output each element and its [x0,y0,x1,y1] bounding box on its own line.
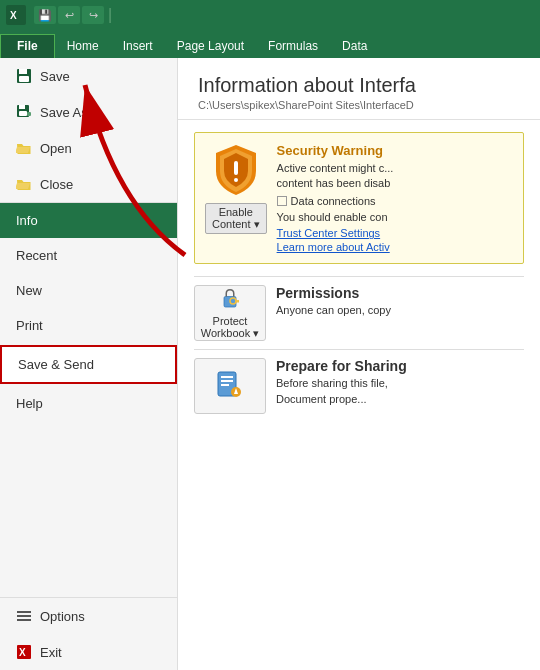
sharing-info: Prepare for Sharing Before sharing this … [276,358,524,407]
sidebar-item-savesend[interactable]: Save & Send [0,345,177,384]
sidebar-item-exit[interactable]: X Exit [0,634,177,670]
sidebar-save-label: Save [40,69,70,84]
enable-content-wrap: EnableContent ▾ [205,143,267,234]
svg-text:X: X [19,647,26,658]
security-text: Security Warning Active content might c.… [277,143,513,253]
sidebar-item-help[interactable]: Help [0,386,177,421]
sidebar-recent-label: Recent [16,248,57,263]
divider-1 [194,276,524,277]
svg-rect-20 [236,300,238,302]
svg-rect-8 [27,112,31,116]
security-warning-title: Security Warning [277,143,513,158]
svg-rect-15 [234,178,238,182]
svg-rect-6 [19,105,25,109]
tab-data[interactable]: Data [330,35,379,58]
quick-access-toolbar: 💾 ↩ ↪ | [34,6,114,24]
file-path: C:\Users\spikex\SharePoint Sites\Interfa… [198,99,520,111]
sidebar-new-label: New [16,283,42,298]
svg-rect-24 [221,384,229,386]
app-icon: X [6,5,26,25]
permissions-info: Permissions Anyone can open, copy [276,285,524,318]
sidebar-item-save[interactable]: Save [0,58,177,94]
divider-2 [194,349,524,350]
svg-rect-11 [17,619,31,621]
sidebar-saveas-label: Save As [40,105,88,120]
protect-workbook-button[interactable]: ProtectWorkbook ▾ [194,285,266,341]
tab-insert[interactable]: Insert [111,35,165,58]
sharing-title: Prepare for Sharing [276,358,524,374]
svg-rect-14 [234,161,238,175]
content-header: Information about Interfa C:\Users\spike… [178,58,540,120]
sidebar-exit-label: Exit [40,645,62,660]
svg-rect-23 [221,380,233,382]
security-warning-desc: Active content might c...content has bee… [277,161,513,192]
sidebar-close-label: Close [40,177,73,192]
security-check-item: Data connections [277,195,513,207]
checkbox-icon [277,196,287,206]
protect-workbook-wrap: ProtectWorkbook ▾ [194,285,266,341]
svg-rect-19 [238,300,240,302]
content-area: Information about Interfa C:\Users\spike… [178,58,540,670]
sharing-btn-wrap [194,358,266,414]
sidebar-item-info[interactable]: Info [0,203,177,238]
permissions-title: Permissions [276,285,524,301]
security-banner: EnableContent ▾ Security Warning Active … [194,132,524,264]
trust-center-link[interactable]: Trust Center Settings [277,227,513,239]
open-icon [16,140,32,156]
sidebar-item-close[interactable]: Close [0,166,177,202]
title-bar: X 💾 ↩ ↪ | [0,0,540,30]
svg-text:X: X [10,10,17,21]
sidebar-item-saveas[interactable]: Save As [0,94,177,130]
sidebar-item-open[interactable]: Open [0,130,177,166]
ribbon-tabs: File Home Insert Page Layout Formulas Da… [0,30,540,58]
sidebar-open-label: Open [40,141,72,156]
sidebar-info-label: Info [16,213,38,228]
save-quick-btn[interactable]: 💾 [34,6,56,24]
protect-workbook-label: ProtectWorkbook ▾ [201,315,259,340]
sidebar-help-label: Help [16,396,43,411]
document-share-icon [214,370,246,402]
sidebar-item-recent[interactable]: Recent [0,238,177,273]
svg-rect-22 [221,376,233,378]
main-layout: Save Save As [0,58,540,670]
sidebar-savesend-label: Save & Send [18,357,94,372]
enable-content-button[interactable]: EnableContent ▾ [205,203,267,234]
permissions-desc: Anyone can open, copy [276,303,524,318]
page-title: Information about Interfa [198,74,520,97]
redo-btn[interactable]: ↪ [82,6,104,24]
learn-more-link[interactable]: Learn more about Activ [277,241,513,253]
sidebar-print-label: Print [16,318,43,333]
sidebar-item-print[interactable]: Print [0,308,177,343]
sidebar: Save Save As [0,58,178,670]
undo-btn[interactable]: ↩ [58,6,80,24]
save-icon [16,68,32,84]
exit-icon: X [16,644,32,660]
tab-file[interactable]: File [0,34,55,58]
sidebar-item-new[interactable]: New [0,273,177,308]
lock-key-icon [214,286,246,310]
svg-rect-10 [17,615,31,617]
options-icon [16,608,32,624]
security-enable-note: You should enable con [277,210,513,225]
close-icon [16,176,32,192]
svg-rect-3 [19,69,27,74]
saveas-icon [16,104,32,120]
tab-formulas[interactable]: Formulas [256,35,330,58]
svg-rect-9 [17,611,31,613]
sidebar-options-label: Options [40,609,85,624]
permissions-section: ProtectWorkbook ▾ Permissions Anyone can… [194,285,524,341]
sidebar-item-options[interactable]: Options [0,598,177,634]
tab-page-layout[interactable]: Page Layout [165,35,256,58]
sharing-section: Prepare for Sharing Before sharing this … [194,358,524,414]
svg-rect-4 [19,76,29,82]
shield-icon [212,143,260,197]
prepare-sharing-button[interactable] [194,358,266,414]
svg-rect-7 [19,111,27,116]
tab-home[interactable]: Home [55,35,111,58]
sharing-desc: Before sharing this file,Document prope.… [276,376,524,407]
